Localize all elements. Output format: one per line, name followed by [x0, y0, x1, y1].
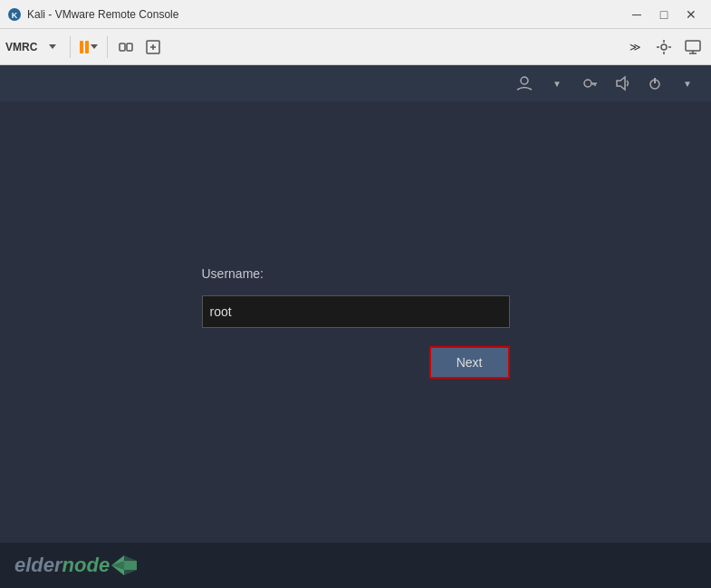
app-icon: K	[7, 7, 22, 22]
minimize-button[interactable]: ─	[624, 2, 649, 27]
login-form: Username: Next	[202, 266, 510, 379]
user-icon	[515, 74, 533, 92]
display-icon	[685, 39, 701, 55]
vm-content: Username: Next	[0, 101, 711, 543]
volume-icon	[613, 74, 631, 92]
toolbar-more-button[interactable]: ≫	[622, 34, 648, 60]
title-bar: K Kali - VMware Remote Console ─ □ ✕	[0, 0, 711, 29]
power-chevron-icon: ▼	[683, 79, 692, 89]
svg-marker-20	[617, 77, 625, 90]
user-chevron-button[interactable]: ▼	[544, 71, 570, 96]
power-chevron-button[interactable]: ▼	[675, 71, 700, 96]
pause-button[interactable]	[76, 34, 101, 60]
vmrc-chevron-icon	[49, 44, 56, 49]
user-chevron-icon: ▼	[552, 79, 562, 89]
key-icon	[581, 74, 599, 92]
svg-marker-24	[124, 555, 137, 575]
power-icon	[646, 74, 664, 92]
svg-rect-3	[127, 43, 132, 51]
fit-guest-icon	[145, 39, 161, 55]
vmrc-dropdown-button[interactable]	[39, 34, 64, 60]
svg-rect-12	[686, 41, 700, 51]
svg-point-15	[521, 77, 528, 84]
close-button[interactable]: ✕	[678, 2, 704, 27]
username-label: Username:	[202, 266, 510, 281]
fit-guest-button[interactable]	[140, 34, 166, 60]
branding-logo: elder node	[14, 554, 137, 577]
next-button[interactable]: Next	[429, 346, 510, 379]
toolbar: VMRC ≫	[0, 29, 711, 65]
svg-rect-2	[120, 43, 125, 51]
toolbar-divider-1	[70, 36, 71, 58]
vm-branding: elder node	[0, 543, 711, 588]
power-icon-button[interactable]	[642, 71, 668, 96]
title-bar-controls: ─ □ ✕	[624, 2, 704, 27]
brand-node-text: node	[62, 554, 110, 577]
username-input[interactable]	[202, 295, 510, 328]
key-icon-button[interactable]	[577, 71, 602, 96]
maximize-button[interactable]: □	[651, 2, 677, 27]
volume-icon-button[interactable]	[610, 71, 635, 96]
brand-arrow-icon	[111, 555, 137, 575]
form-actions: Next	[202, 346, 510, 379]
toolbar-display-button[interactable]	[680, 34, 706, 60]
svg-text:K: K	[12, 11, 18, 20]
user-icon-button[interactable]	[512, 71, 537, 96]
vm-top-bar: ▼ ▼	[0, 65, 711, 101]
pause-icon	[80, 41, 89, 53]
window-title: Kali - VMware Remote Console	[27, 8, 178, 21]
ctrlaltdel-icon	[118, 39, 134, 55]
send-ctrlaltdel-button[interactable]	[113, 34, 139, 60]
settings-icon	[656, 39, 672, 55]
pause-chevron-icon	[91, 44, 98, 49]
title-bar-left: K Kali - VMware Remote Console	[7, 7, 178, 22]
toolbar-right: ≫	[622, 34, 706, 60]
svg-point-7	[661, 44, 667, 50]
toolbar-settings-button[interactable]	[651, 34, 677, 60]
vmrc-label: VMRC	[5, 41, 37, 53]
toolbar-left: VMRC	[5, 34, 166, 60]
toolbar-divider-2	[107, 36, 108, 58]
brand-elder-text: elder	[14, 554, 62, 577]
svg-point-16	[584, 80, 591, 87]
